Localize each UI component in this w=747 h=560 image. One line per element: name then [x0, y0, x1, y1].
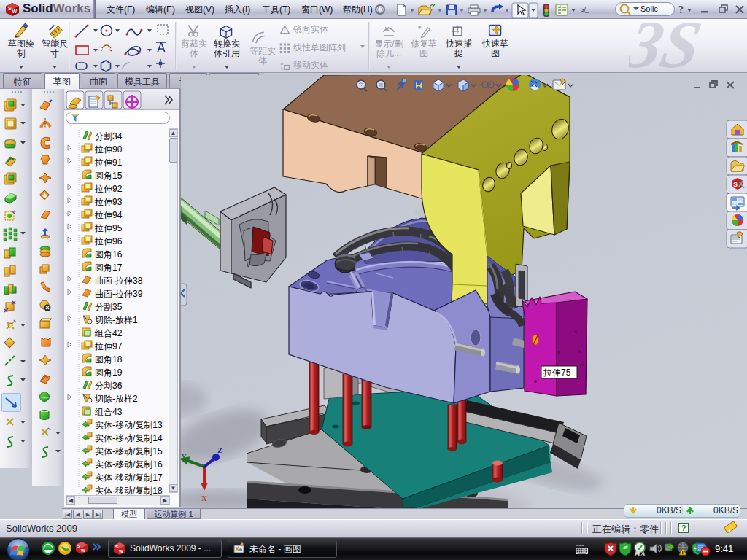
svg-text:Y: Y: [181, 452, 187, 461]
svg-text:≯..: ≯..: [580, 6, 589, 15]
svg-text:S: S: [8, 6, 12, 11]
svg-text:X: X: [201, 494, 207, 502]
svg-text:?: ?: [678, 4, 684, 15]
svg-text:S: S: [77, 544, 80, 548]
svg-text:W: W: [81, 548, 85, 553]
svg-text:W: W: [119, 549, 123, 553]
svg-text:~~~: ~~~: [576, 543, 584, 548]
svg-text:Solic: Solic: [640, 4, 658, 13]
svg-text:!: !: [682, 550, 684, 555]
svg-text:S: S: [115, 545, 118, 549]
svg-text:W: W: [12, 9, 18, 14]
svg-text:Z: Z: [217, 446, 222, 454]
svg-text:S: S: [733, 181, 738, 188]
svg-text:0KB/S: 0KB/S: [713, 505, 738, 516]
svg-text:拉伸75: 拉伸75: [543, 368, 571, 378]
svg-text:0KB/S: 0KB/S: [657, 505, 681, 516]
